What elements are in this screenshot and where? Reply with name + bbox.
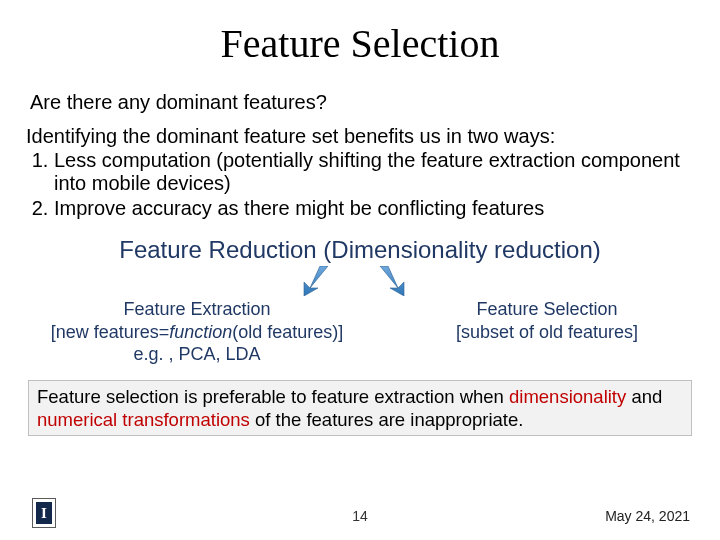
branch-selection: Feature Selection [subset of old feature… xyxy=(422,298,672,366)
branches-row: Feature Extraction [new features=functio… xyxy=(0,298,720,366)
text-fragment: and xyxy=(626,386,662,407)
callout-box: Feature selection is preferable to featu… xyxy=(28,380,692,436)
reduction-heading: Feature Reduction (Dimensionality reduct… xyxy=(0,236,720,264)
branch-heading: Feature Selection xyxy=(422,298,672,321)
text-fragment-highlight: numerical transformations xyxy=(37,409,250,430)
branch-line: [subset of old features] xyxy=(422,321,672,344)
branch-extraction: Feature Extraction [new features=functio… xyxy=(42,298,352,366)
slide-title: Feature Selection xyxy=(0,0,720,75)
footer: I 14 May 24, 2021 xyxy=(0,500,720,530)
svg-marker-0 xyxy=(304,266,328,296)
benefits-list: Less computation (potentially shifting t… xyxy=(0,149,720,220)
slide: Feature Selection Are there any dominant… xyxy=(0,0,720,540)
list-item: Less computation (potentially shifting t… xyxy=(54,149,720,195)
branch-heading: Feature Extraction xyxy=(42,298,352,321)
lead-question: Are there any dominant features? xyxy=(0,75,720,120)
branch-line: e.g. , PCA, LDA xyxy=(42,343,352,366)
list-item: Improve accuracy as there might be confl… xyxy=(54,197,720,220)
svg-marker-1 xyxy=(380,266,404,296)
arrow-left-icon xyxy=(296,266,336,296)
slide-date: May 24, 2021 xyxy=(605,508,690,524)
text-fragment: [new features= xyxy=(51,322,170,342)
text-fragment: (old features)] xyxy=(232,322,343,342)
logo-letter: I xyxy=(36,502,52,524)
arrow-right-icon xyxy=(372,266,412,296)
branch-line: [new features=function(old features)] xyxy=(42,321,352,344)
text-fragment: of the features are inappropriate. xyxy=(250,409,524,430)
page-number: 14 xyxy=(352,508,368,524)
arrow-row xyxy=(0,264,720,298)
illinois-logo-icon: I xyxy=(32,498,56,528)
intro-text: Identifying the dominant feature set ben… xyxy=(0,120,720,149)
text-fragment: Feature selection is preferable to featu… xyxy=(37,386,509,407)
text-fragment-italic: function xyxy=(169,322,232,342)
text-fragment-highlight: dimensionality xyxy=(509,386,626,407)
